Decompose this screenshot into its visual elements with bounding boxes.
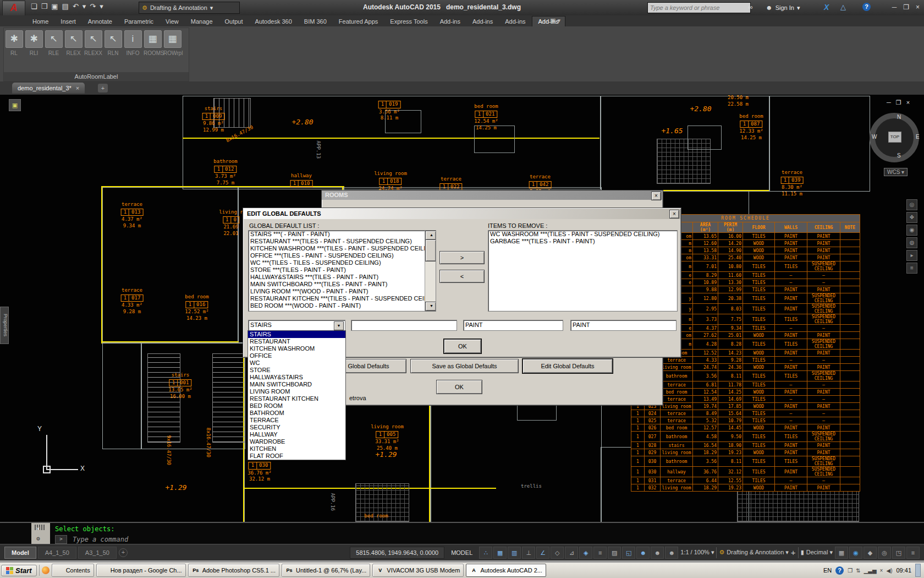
navbar-tool-icon[interactable]: ✥ <box>906 212 917 223</box>
file-tab-active[interactable]: demo_residental_3*× <box>12 83 85 94</box>
ribbon-button[interactable]: ↖ RLN <box>104 30 122 56</box>
navbar-tool-icon[interactable]: ◎ <box>906 199 917 210</box>
dropdown-item[interactable]: WARDROBE <box>248 438 345 445</box>
workspace-switcher[interactable]: ⚙ Drafting & Annotation ▾ <box>139 2 240 14</box>
status-toggle-icon[interactable]: ☻ <box>665 547 678 559</box>
firefox-icon[interactable] <box>42 566 50 574</box>
wcs-selector[interactable]: WCS ▾ <box>884 168 908 176</box>
list-item[interactable]: KITCHEN WASHROOM ***(TILES - PAINT - SUS… <box>249 245 436 252</box>
combo-arrow-icon[interactable]: ▼ <box>334 321 344 330</box>
viewcube-compass[interactable]: N E S W TOP <box>870 113 919 162</box>
dropdown-item[interactable]: KITCHEN <box>248 445 345 452</box>
list-item[interactable]: LIVING ROOM ***(WOOD - PAINT - PAINT) <box>249 288 436 295</box>
status-toggle-icon[interactable]: ▦ <box>493 547 507 559</box>
status-toggle-icon[interactable]: ▥ <box>508 547 521 559</box>
list-item[interactable]: WC WASHROOM ***(TILES - PAINT - SUSPENDE… <box>488 231 677 238</box>
ribbon-button[interactable]: ▦ ROWrpl <box>163 30 182 56</box>
compass-north[interactable]: N <box>897 114 901 120</box>
status-toggle-icon[interactable]: ☻ <box>651 547 664 559</box>
start-button[interactable]: Start <box>1 565 37 576</box>
compass-top-face[interactable]: TOP <box>888 132 901 143</box>
workspace-switcher-status[interactable]: Drafting & Annotation ▾ <box>727 549 789 556</box>
dropdown-item[interactable]: TERRACE <box>248 417 345 424</box>
close-tab-icon[interactable]: × <box>76 85 79 91</box>
restore-button[interactable]: ❐ <box>903 3 909 11</box>
dropdown-item[interactable]: BATHROOM <box>248 410 345 417</box>
ribbon-button[interactable]: ✱ RL <box>5 30 23 56</box>
tray-icon[interactable]: ⇅ <box>856 568 860 574</box>
save-as-global-defaults-button[interactable]: Save as Global Defaults <box>410 359 519 373</box>
edit-dialog-titlebar[interactable]: EDIT GLOBAL DEFAULTS <box>244 209 680 219</box>
ribbon-button[interactable]: ↖ RLEX <box>64 30 82 56</box>
list-item[interactable]: STORE ***(TILES - PAINT - PAINT) <box>249 266 436 274</box>
ribbon-tab[interactable]: Insert <box>54 17 82 26</box>
a360-icon[interactable]: △ <box>840 3 846 11</box>
global-default-listbox[interactable]: STAIRS ***( - PAINT - PAINT)RESTAURANT *… <box>248 230 436 312</box>
list-item[interactable]: HALLWAY&STAIRS ***(TILES - PAINT - PAINT… <box>249 274 436 281</box>
drawing-minimize-icon[interactable]: ─ <box>887 99 891 106</box>
navbar-tool-icon[interactable]: ≡ <box>906 263 917 274</box>
tray-icon[interactable]: ▁▃▅ <box>864 568 877 574</box>
scroll-down-icon[interactable]: ▼ <box>425 302 436 311</box>
status-toggle-icon[interactable]: ◇ <box>551 547 564 559</box>
walls-field[interactable]: PAINT <box>463 320 563 331</box>
rooms-dialog-titlebar[interactable]: ROOMS <box>322 190 663 200</box>
list-item[interactable]: RESTAURANT ***(TILES - PAINT - SUSPENDED… <box>249 238 436 245</box>
status-toggle-icon[interactable]: ⊥ <box>522 547 535 559</box>
taskbar-item[interactable]: Ps Untitled-1 @ 66,7% (Lay... <box>282 564 370 577</box>
taskbar-item[interactable]: Contents <box>52 564 94 577</box>
dropdown-item[interactable]: STORE <box>248 367 345 374</box>
undo-caret-icon[interactable]: ▾ <box>82 2 86 10</box>
taskbar-item[interactable]: Нов раздел - Google Ch... <box>96 564 186 577</box>
ribbon-button[interactable]: ↖ RLE <box>45 30 63 56</box>
layout-tab[interactable]: A3_1_50 <box>78 547 117 559</box>
status-tool-icon[interactable]: ◎ <box>878 547 891 559</box>
plot-icon[interactable]: ▤ <box>62 2 69 10</box>
navbar-tool-icon[interactable]: ◉ <box>906 225 917 236</box>
navbar-tool-icon[interactable]: ▸ <box>906 250 917 261</box>
list-item[interactable]: BED ROOM ***(WOOD - PAINT - PAINT) <box>249 302 436 309</box>
units-selector[interactable]: Decimal ▾ <box>806 549 833 556</box>
open-file-icon[interactable]: ❒ <box>41 2 48 10</box>
status-toggle-icon[interactable]: ▨ <box>608 547 621 559</box>
tray-icon[interactable]: ❐ <box>848 568 853 574</box>
command-tools-icon[interactable]: ⚙ <box>36 535 40 542</box>
dropdown-item[interactable]: RESTAURANT KITCHEN <box>248 395 345 402</box>
minimize-button[interactable]: ─ <box>892 3 897 11</box>
tray-icon[interactable]: ◀) <box>886 568 892 574</box>
status-tool-icon[interactable]: ◳ <box>892 547 905 559</box>
drawing-restore-icon[interactable]: ❐ <box>896 99 901 106</box>
layout-tab[interactable]: A4_1_50 <box>38 547 76 559</box>
workspace-gear-icon[interactable]: ⚙ <box>719 549 724 556</box>
status-tool-icon[interactable]: ≡ <box>906 547 920 559</box>
layout-tab[interactable]: Model <box>4 547 36 559</box>
dropdown-item[interactable]: STAIRS <box>248 331 345 338</box>
ribbon-tab[interactable]: Add-ins <box>466 17 499 26</box>
ribbon-tab[interactable]: BIM 360 <box>298 17 333 26</box>
status-tool-icon[interactable]: ▦ <box>835 547 848 559</box>
edit-ok-button[interactable]: OK <box>444 339 481 353</box>
ceiling-field[interactable]: PAINT <box>570 320 676 331</box>
ribbon-button[interactable]: ↖ RLEXX <box>84 30 102 56</box>
ribbon-button[interactable]: ✱ RLI <box>25 30 43 56</box>
redo-caret-icon[interactable]: ▾ <box>100 2 103 10</box>
close-button[interactable]: × <box>916 3 920 11</box>
dropdown-item[interactable]: WC <box>248 359 345 367</box>
status-tool-icon[interactable]: ◉ <box>849 547 862 559</box>
ribbon-tab[interactable]: Add-ins <box>434 17 466 26</box>
tray-icon[interactable]: × <box>880 568 883 574</box>
new-tab-button[interactable]: + <box>98 84 108 92</box>
ribbon-button[interactable]: i INFO <box>124 30 142 56</box>
compass-west[interactable]: W <box>872 134 877 140</box>
command-input[interactable]: Type a command <box>73 536 128 543</box>
ribbon-tab[interactable]: Autodesk 360 <box>249 17 298 26</box>
rooms-close-icon[interactable]: × <box>651 192 661 200</box>
annotation-monitor-icon[interactable]: + <box>791 548 796 557</box>
dropdown-item[interactable]: HALLWAY&STAIRS <box>248 374 345 381</box>
dropdown-item[interactable]: FLAT ROOF <box>248 452 345 460</box>
show-desktop-button[interactable] <box>915 564 921 577</box>
help-icon[interactable]: ? <box>862 3 871 11</box>
language-indicator[interactable]: EN <box>823 567 832 574</box>
status-toggle-icon[interactable]: ≡ <box>593 547 607 559</box>
status-toggle-icon[interactable]: ◈ <box>579 547 592 559</box>
